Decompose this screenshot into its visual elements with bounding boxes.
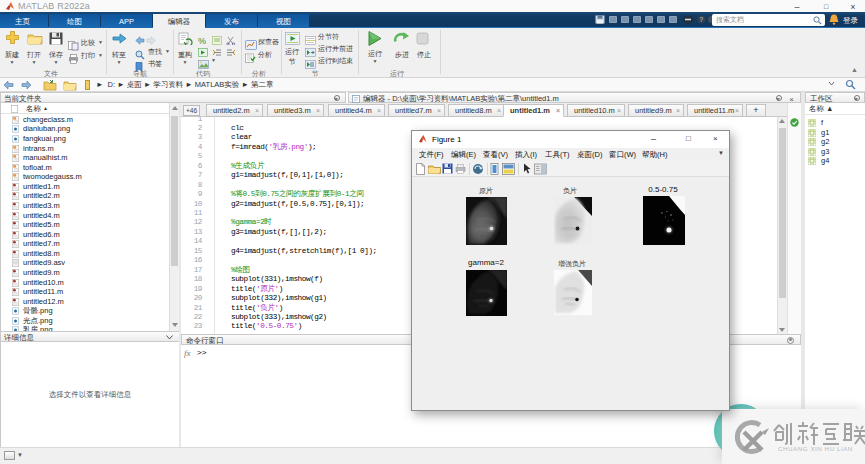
svg-text:CHUANG XIN HU LIAN: CHUANG XIN HU LIAN: [778, 445, 853, 452]
svg-text:?: ?: [700, 16, 704, 23]
